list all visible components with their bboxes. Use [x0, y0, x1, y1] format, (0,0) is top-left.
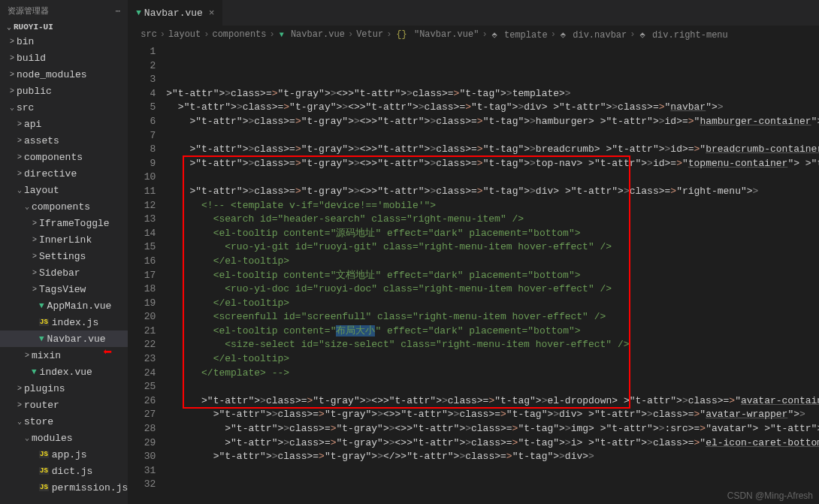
code-line[interactable]: <el-tooltip content="源码地址" effect="dark"…	[166, 227, 819, 241]
tab-navbar[interactable]: ▼ Navbar.vue ×	[128, 0, 222, 26]
tree-label: index.vue	[40, 367, 92, 378]
close-icon[interactable]: ×	[209, 8, 215, 19]
more-icon[interactable]: ⋯	[116, 6, 121, 16]
breadcrumb-item[interactable]: {} "Navbar.vue"	[394, 29, 479, 40]
tab-label: Navbar.vue	[144, 8, 203, 19]
breadcrumb[interactable]: src›layout›components›▼ Navbar.vue›Vetur…	[128, 26, 819, 44]
breadcrumb-sep: ›	[386, 29, 391, 40]
tree-item-navbar-vue[interactable]: ▼Navbar.vue	[0, 330, 128, 347]
tree-item-index-vue[interactable]: ▼index.vue	[0, 364, 128, 380]
breadcrumb-item[interactable]: Vetur	[356, 29, 383, 40]
code-line[interactable]	[166, 171, 819, 185]
tree-item-permission-js[interactable]: JSpermission.js	[0, 479, 128, 496]
chevron-icon: >	[23, 352, 32, 360]
tree-label: index.js	[52, 317, 98, 328]
breadcrumb-item[interactable]: layout	[168, 29, 201, 40]
tree-item-store[interactable]: ⌄store	[0, 413, 128, 430]
breadcrumb-item[interactable]: ▼ Navbar.vue	[278, 29, 345, 40]
chevron-icon: >	[15, 120, 24, 128]
code-line[interactable]: >"t-attr">>class>=>"t-gray">><>>"t-attr"…	[166, 101, 819, 115]
code-line[interactable]: >"t-attr">>class>=>"t-gray">><>>"t-attr"…	[166, 87, 819, 101]
tree-label: components	[32, 201, 90, 213]
breadcrumb-item[interactable]: components	[212, 29, 266, 40]
project-root[interactable]: ⌄ RUOYI-UI	[0, 21, 128, 33]
tree-item-components[interactable]: ⌄components	[0, 198, 128, 215]
tree-item-bin[interactable]: >bin	[0, 33, 128, 50]
chevron-icon: >	[30, 219, 39, 228]
tree-item-app-js[interactable]: JSapp.js	[0, 446, 128, 463]
code-line[interactable]: >"t-attr">>class>=>"t-gray">><>>"t-attr"…	[166, 436, 819, 451]
tree-item-src[interactable]: ⌄src	[0, 99, 128, 116]
file-tree: >bin>build>node_modules>public⌄src>api>a…	[0, 33, 128, 504]
tree-label: Sidebar	[39, 267, 80, 279]
tree-item-modules[interactable]: ⌄modules	[0, 430, 128, 446]
chevron-icon: >	[8, 54, 17, 62]
tree-item-public[interactable]: >public	[0, 83, 128, 99]
code-line[interactable]: <el-tooltip content="布局大小" effect="dark"…	[166, 324, 819, 339]
code-line[interactable]: <size-select id="size-select" class="rig…	[166, 338, 819, 352]
line-numbers: 1234567891011121314151617181920212223242…	[128, 44, 166, 504]
code-line[interactable]: </el-tooltip>	[166, 352, 819, 367]
code-line[interactable]	[166, 380, 819, 394]
tree-item-appmain-vue[interactable]: ▼AppMain.vue	[0, 297, 128, 314]
tree-label: node_modules	[17, 69, 87, 80]
explorer-title: 资源管理器	[8, 5, 49, 17]
tree-item-tagsview[interactable]: >TagsView	[0, 281, 128, 297]
breadcrumb-item[interactable]: ⬘ div.right-menu	[638, 29, 727, 41]
code-line[interactable]	[166, 129, 819, 143]
tree-label: layout	[24, 185, 59, 196]
tree-item-node_modules[interactable]: >node_modules	[0, 66, 128, 83]
tree-label: TagsView	[39, 284, 86, 295]
chevron-icon: >	[8, 38, 17, 46]
tree-item-api[interactable]: >api	[0, 116, 128, 132]
tree-item-assets[interactable]: >assets	[0, 132, 128, 149]
vue-icon: ▼	[136, 8, 141, 17]
code-line[interactable]: >"t-attr">>class>=>"t-gray">><>>"t-attr"…	[166, 157, 819, 171]
code-line[interactable]: >"t-attr">>class>=>"t-gray">></>>"t-attr…	[166, 450, 819, 464]
code-line[interactable]: <screenfull id="screenfull" class="right…	[166, 310, 819, 324]
code-line[interactable]: >"t-attr">>class>=>"t-gray">><>>"t-attr"…	[166, 394, 819, 409]
code-line[interactable]: >"t-attr">>class>=>"t-gray">><>>"t-attr"…	[166, 115, 819, 129]
tree-item-components[interactable]: >components	[0, 149, 128, 165]
breadcrumb-item[interactable]: ⬘ template	[491, 29, 548, 41]
tree-item-innerlink[interactable]: >InnerLink	[0, 231, 128, 248]
breadcrumb-sep: ›	[160, 29, 165, 40]
code-line[interactable]: <el-tooltip content="文档地址" effect="dark"…	[166, 269, 819, 283]
code-line[interactable]: </el-tooltip>	[166, 255, 819, 269]
tree-item-directive[interactable]: >directive	[0, 165, 128, 182]
code-line[interactable]: <ruo-yi-doc id="ruoyi-doc" class="right-…	[166, 282, 819, 297]
tree-item-build[interactable]: >build	[0, 50, 128, 66]
tree-item-index-js[interactable]: JSindex.js	[0, 314, 128, 330]
code-content[interactable]: >"t-attr">>class>=>"t-gray">><>>"t-attr"…	[166, 44, 819, 504]
code-line[interactable]: >"t-attr">>class>=>"t-gray">><>>"t-attr"…	[166, 408, 819, 422]
tree-label: modules	[32, 433, 73, 444]
tree-item-mixin[interactable]: >mixin	[0, 347, 128, 364]
tree-item-layout[interactable]: ⌄layout	[0, 182, 128, 198]
tree-label: api	[24, 119, 41, 130]
code-line[interactable]: >"t-attr">>class>=>"t-gray">><>>"t-attr"…	[166, 143, 819, 157]
code-line[interactable]: >"t-attr">>class>=>"t-gray">><>>"t-attr"…	[166, 185, 819, 199]
tree-label: InnerLink	[39, 234, 92, 246]
chevron-icon: >	[30, 236, 39, 244]
tree-label: Navbar.vue	[47, 333, 106, 345]
code-line[interactable]: </template> -->	[166, 367, 819, 381]
code-line[interactable]: <!-- <template v-if="device!=='mobile'">	[166, 199, 819, 213]
tree-item-settings[interactable]: >Settings	[0, 248, 128, 264]
breadcrumb-item[interactable]: src	[141, 29, 157, 40]
tree-item-iframetoggle[interactable]: >IframeToggle	[0, 215, 128, 231]
chevron-icon: >	[30, 285, 39, 294]
code-line[interactable]: </el-tooltip>	[166, 297, 819, 311]
chevron-icon: ⌄	[15, 186, 24, 195]
code-line[interactable]: <ruo-yi-git id="ruoyi-git" class="right-…	[166, 240, 819, 255]
code-line[interactable]: <search id="header-search" class="right-…	[166, 213, 819, 227]
sidebar: 资源管理器 ⋯ ⌄ RUOYI-UI >bin>build>node_modul…	[0, 0, 128, 504]
js-icon: JS	[39, 467, 49, 475]
breadcrumb-item[interactable]: ⬘ div.navbar	[559, 29, 627, 41]
tree-item-router[interactable]: >router	[0, 397, 128, 413]
code-line[interactable]: >"t-attr">>class>=>"t-gray">><>>"t-attr"…	[166, 422, 819, 436]
tree-item-dict-js[interactable]: JSdict.js	[0, 463, 128, 479]
tree-item-sidebar[interactable]: >Sidebar	[0, 264, 128, 281]
code-editor[interactable]: 1234567891011121314151617181920212223242…	[128, 44, 819, 504]
sidebar-header: 资源管理器 ⋯	[0, 0, 128, 21]
tree-item-plugins[interactable]: >plugins	[0, 380, 128, 397]
